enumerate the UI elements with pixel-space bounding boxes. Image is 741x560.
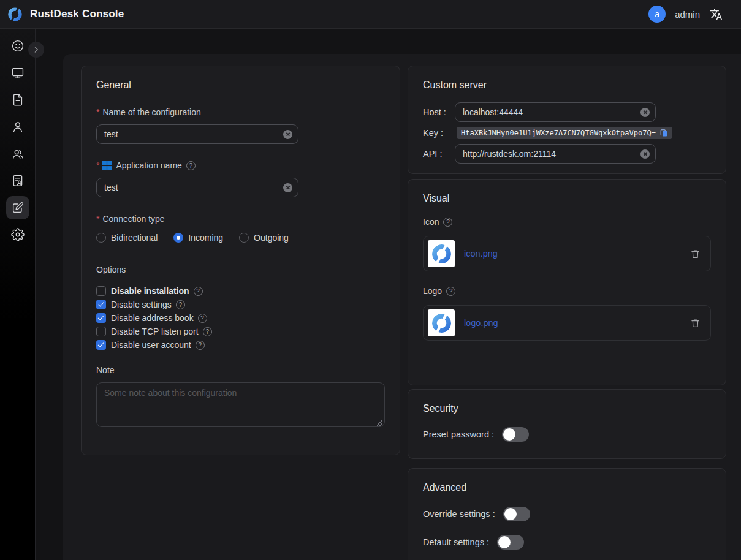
key-row: Key : HtaXBkJNHyn0e1U1jWXze7A7CN7QTGWqxk…	[423, 127, 711, 139]
radio-label: Bidirectional	[111, 233, 158, 243]
help-icon[interactable]: ?	[203, 327, 212, 336]
general-card: General * Name of the configuration * Ap…	[81, 66, 400, 455]
sidebar-expand-button[interactable]	[28, 42, 44, 58]
help-icon[interactable]: ?	[194, 287, 203, 296]
icon-label: Icon	[423, 217, 439, 227]
radio-circle[interactable]	[239, 233, 249, 243]
default-settings-toggle[interactable]	[497, 535, 524, 550]
config-name-input[interactable]	[96, 124, 298, 144]
sidebar-item-groups[interactable]	[6, 142, 29, 165]
clear-input-icon[interactable]	[283, 183, 292, 192]
radio-circle[interactable]	[173, 233, 183, 243]
app-header: RustDesk Console a admin	[0, 0, 741, 29]
checkbox-disable-user-account[interactable]: Disable user account ?	[96, 340, 385, 350]
key-label: Key :	[423, 128, 455, 138]
checkbox-box[interactable]	[96, 340, 106, 350]
sidebar-item-devices[interactable]	[6, 61, 29, 85]
logo-label: Logo	[423, 286, 442, 296]
trash-icon	[690, 318, 701, 328]
connection-type-label: Connection type	[102, 214, 164, 224]
logo-file-thumbnail	[428, 309, 455, 336]
help-icon[interactable]: ?	[186, 161, 196, 170]
user-name[interactable]: admin	[675, 9, 700, 20]
icon-file-row: icon.png	[423, 236, 711, 271]
language-translate-icon[interactable]	[709, 7, 723, 21]
security-card: Security Preset password :	[408, 389, 726, 459]
logo-file-name[interactable]: logo.png	[464, 318, 498, 328]
clear-input-icon[interactable]	[283, 130, 292, 139]
api-input[interactable]	[455, 144, 656, 164]
radio-label: Outgoing	[254, 233, 289, 243]
help-icon[interactable]: ?	[443, 218, 452, 227]
smiley-face-icon	[11, 39, 25, 53]
clear-input-icon[interactable]	[640, 108, 650, 117]
note-label: Note	[96, 365, 385, 375]
radio-incoming[interactable]: Incoming	[173, 233, 223, 243]
api-label: API :	[423, 149, 455, 159]
sidebar-item-settings[interactable]	[6, 223, 29, 246]
config-name-label-row: * Name of the configuration	[96, 107, 385, 117]
default-settings-label: Default settings :	[423, 537, 489, 547]
delete-icon-file-button[interactable]	[690, 249, 701, 259]
connection-type-radio-group: Bidirectional Incoming Outgoing	[96, 233, 385, 243]
advanced-title: Advanced	[423, 482, 711, 493]
icon-file-name[interactable]: icon.png	[464, 249, 498, 259]
host-input[interactable]	[455, 102, 656, 122]
checkbox-label: Disable user account	[111, 340, 191, 350]
rustdesk-logo-icon	[430, 312, 453, 335]
user-avatar[interactable]: a	[648, 6, 666, 23]
sidebar-item-address-book[interactable]	[6, 169, 29, 192]
monitor-icon	[11, 66, 25, 80]
delete-logo-file-button[interactable]	[690, 318, 701, 328]
radio-outgoing[interactable]: Outgoing	[239, 233, 289, 243]
help-icon[interactable]: ?	[196, 341, 205, 350]
radio-label: Incoming	[188, 233, 223, 243]
checkbox-disable-settings[interactable]: Disable settings ?	[96, 300, 385, 309]
radio-bidirectional[interactable]: Bidirectional	[96, 233, 158, 243]
help-icon[interactable]: ?	[176, 300, 185, 309]
help-icon[interactable]: ?	[446, 287, 455, 296]
preset-password-toggle[interactable]	[502, 427, 529, 442]
logo-file-row: logo.png	[423, 305, 711, 341]
checkbox-label: Disable settings	[111, 300, 172, 309]
sidebar-item-logs[interactable]	[6, 88, 29, 112]
settings-gear-icon	[11, 228, 25, 241]
user-icon	[11, 120, 25, 134]
checkbox-box[interactable]	[96, 300, 106, 309]
host-row: Host :	[423, 102, 711, 122]
sidebar-item-users[interactable]	[6, 115, 29, 138]
radio-circle[interactable]	[96, 233, 106, 243]
main-content-panel: General * Name of the configuration * Ap…	[63, 54, 741, 560]
app-name-input[interactable]	[96, 178, 298, 197]
host-input-wrap	[455, 102, 656, 122]
app-name-input-wrap	[96, 178, 298, 197]
checkbox-box[interactable]	[96, 286, 106, 296]
document-icon	[11, 93, 25, 107]
override-settings-toggle[interactable]	[503, 507, 530, 521]
note-textarea-wrap	[96, 382, 385, 429]
copy-icon[interactable]	[659, 129, 668, 137]
clear-input-icon[interactable]	[640, 149, 650, 159]
preset-password-row: Preset password :	[423, 427, 711, 442]
note-textarea[interactable]	[96, 382, 385, 427]
checkbox-disable-installation[interactable]: Disable installation ?	[96, 286, 385, 296]
checkbox-disable-tcp-listen-port[interactable]: Disable TCP listen port ?	[96, 327, 385, 336]
app-name-label: Application name	[116, 161, 181, 170]
custom-server-card: Custom server Host : Key : HtaXBkJNHyn0e…	[408, 66, 726, 174]
sidebar-item-custom-client[interactable]	[6, 196, 29, 219]
app-title: RustDesk Console	[30, 8, 124, 20]
icon-label-row: Icon ?	[423, 217, 711, 227]
security-title: Security	[423, 403, 711, 414]
logo-label-row: Logo ?	[423, 286, 711, 296]
server-key-value: HtaXBkJNHyn0e1U1jWXze7A7CN7QTGWqxkOtpaVp…	[461, 129, 656, 137]
general-card-title: General	[96, 80, 385, 91]
help-icon[interactable]: ?	[198, 314, 207, 323]
sidebar-item-dashboard[interactable]	[6, 34, 29, 58]
checkbox-box[interactable]	[96, 313, 106, 323]
windows-logo-icon	[102, 161, 112, 170]
checkbox-disable-address-book[interactable]: Disable address book ?	[96, 313, 385, 323]
visual-title: Visual	[423, 193, 711, 204]
custom-server-title: Custom server	[423, 80, 711, 91]
options-label: Options	[96, 265, 385, 274]
checkbox-box[interactable]	[96, 327, 106, 336]
